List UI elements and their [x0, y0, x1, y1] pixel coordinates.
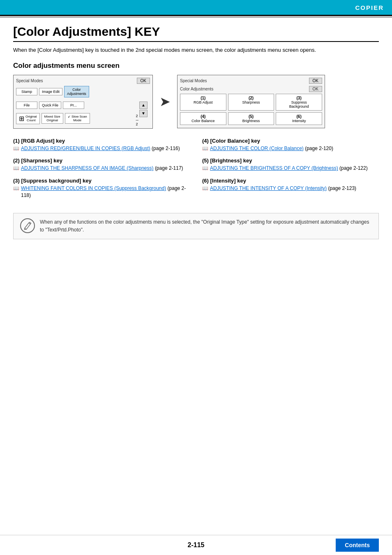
desc-item-5: (5) [Brightness] key 📖 ADJUSTING THE BRI… — [202, 157, 379, 172]
bottom-right: Contents — [204, 539, 379, 552]
screen1-btn-pr[interactable]: Pr... — [63, 102, 84, 109]
screen2-label: Special Modes — [180, 79, 207, 83]
page-description: When the [Color Adjustments] key is touc… — [13, 46, 379, 54]
screen1-row1: Stamp Image Edit ColorAdjustments — [16, 86, 150, 97]
screen1-btn-imageedit[interactable]: Image Edit — [39, 88, 62, 95]
screen1-row2: File Quick File Pr... 2─2 — [16, 99, 150, 111]
screens-row: Special Modes OK Stamp Image Edit ColorA… — [13, 75, 379, 129]
desc-item-3-link[interactable]: 📖 WHITENING FAINT COLORS IN COPIES (Supp… — [13, 185, 190, 199]
contents-button[interactable]: Contents — [336, 539, 379, 552]
screen2-subok[interactable]: OK — [309, 86, 322, 92]
desc-item-4-title: (4) [Color Balance] key — [202, 138, 379, 144]
desc-item-5-title: (5) [Brightness] key — [202, 157, 379, 164]
desc-item-6-title: (6) [Intensity] key — [202, 178, 379, 184]
screen1-btn-slowscan[interactable]: ↙ Slow ScanMode — [65, 113, 90, 124]
screen1-scroll: ▲ ▼ — [139, 102, 148, 117]
note-icon — [20, 218, 35, 233]
screen2-subheader: Color Adjustments OK — [180, 86, 322, 92]
screen2-header: Special Modes OK — [180, 78, 322, 84]
section-title: Color adjustments menu screen — [13, 62, 379, 70]
screen2-btn-suppress[interactable]: (3)SuppressBackground — [276, 94, 322, 111]
book-icon-3: 📖 — [13, 185, 19, 192]
desc-columns: (1) [RGB Adjust] key 📖 ADJUSTING RED/GRE… — [13, 138, 379, 205]
screen1-btn-original[interactable]: ⊞OriginalCount — [16, 113, 40, 124]
desc-item-5-link[interactable]: 📖 ADJUSTING THE BRIGHTNESS OF A COPY (Br… — [202, 165, 379, 172]
page-number: 2-115 — [188, 541, 205, 549]
book-icon-2: 📖 — [13, 165, 19, 172]
desc-item-1-link[interactable]: 📖 ADJUSTING RED/GREEN/BLUE IN COPIES (RG… — [13, 145, 190, 152]
top-bar-title: COPIER — [355, 4, 384, 11]
screen1-ok[interactable]: OK — [137, 78, 150, 84]
book-icon-5: 📖 — [202, 165, 208, 172]
screen1-inner: Stamp Image Edit ColorAdjustments File Q… — [16, 86, 150, 124]
desc-col-left: (1) [RGB Adjust] key 📖 ADJUSTING RED/GRE… — [13, 138, 190, 205]
arrow-icon: ➤ — [159, 94, 171, 109]
desc-col-right: (4) [Color Balance] key 📖 ADJUSTING THE … — [202, 138, 379, 205]
desc-item-1: (1) [RGB Adjust] key 📖 ADJUSTING RED/GRE… — [13, 138, 190, 152]
screen1-header: Special Modes OK — [16, 78, 150, 84]
desc-item-2: (2) [Sharpness] key 📖 ADJUSTING THE SHAR… — [13, 157, 190, 172]
note-box: When any of the functions on the color a… — [13, 213, 379, 239]
pencil-icon — [23, 221, 32, 230]
page-title: [Color Adjustments] KEY — [13, 25, 379, 42]
screen1-label: Special Modes — [16, 79, 43, 83]
screen2-ok[interactable]: OK — [309, 78, 322, 84]
bottom-bar: 2-115 Contents — [0, 535, 392, 555]
desc-item-4: (4) [Color Balance] key 📖 ADJUSTING THE … — [202, 138, 379, 152]
desc-item-2-link[interactable]: 📖 ADJUSTING THE SHARPNESS OF AN IMAGE (S… — [13, 165, 190, 172]
screen1-btn-coloradj[interactable]: ColorAdjustments — [64, 86, 89, 97]
screen2-btn-intensity[interactable]: (6)Intensity — [276, 112, 322, 125]
screen1-btn-mixedsize[interactable]: Mixed SizeOriginal — [42, 113, 63, 124]
desc-item-3: (3) [Suppress background] key 📖 WHITENIN… — [13, 178, 190, 199]
screen2-btn-sharpness[interactable]: (2)Sharpness — [228, 94, 274, 111]
screen1-row3: ⊞OriginalCount Mixed SizeOriginal ↙ Slow… — [16, 113, 150, 124]
desc-item-2-title: (2) [Sharpness] key — [13, 157, 190, 164]
screen2-btn-brightness[interactable]: (5)Brightness — [228, 112, 274, 125]
desc-item-4-link[interactable]: 📖 ADJUSTING THE COLOR (Color Balance) (p… — [202, 145, 379, 152]
screen2-btn-colorbal[interactable]: (4)Color Balance — [180, 112, 226, 125]
scroll-up-btn[interactable]: ▲ — [139, 102, 148, 109]
book-icon-1: 📖 — [13, 145, 19, 152]
color-adj-buttons: (1)RGB Adjust (2)Sharpness (3)SuppressBa… — [180, 94, 322, 125]
screen1-btn-file[interactable]: File — [16, 102, 37, 109]
scroll-down-btn[interactable]: ▼ — [139, 110, 148, 117]
main-content: [Color Adjustments] KEY When the [Color … — [0, 17, 392, 257]
screen2: Special Modes OK Color Adjustments OK (1… — [177, 75, 325, 128]
screen2-sublabel: Color Adjustments — [180, 87, 213, 91]
screen1: Special Modes OK Stamp Image Edit ColorA… — [13, 75, 153, 129]
screen1-btn-stamp[interactable]: Stamp — [16, 88, 37, 95]
top-bar: COPIER — [0, 0, 392, 15]
screen2-btn-rgb[interactable]: (1)RGB Adjust — [180, 94, 226, 111]
book-icon-6: 📖 — [202, 185, 208, 192]
desc-item-6-link[interactable]: 📖 ADJUSTING THE INTENSITY OF A COPY (Int… — [202, 185, 379, 192]
desc-item-6: (6) [Intensity] key 📖 ADJUSTING THE INTE… — [202, 178, 379, 192]
screen1-pagenum: 2─2 — [136, 114, 138, 126]
desc-item-1-title: (1) [RGB Adjust] key — [13, 138, 190, 144]
screen1-btn-quickfile[interactable]: Quick File — [39, 102, 61, 109]
desc-item-3-title: (3) [Suppress background] key — [13, 178, 190, 184]
note-text: When any of the functions on the color a… — [40, 218, 372, 234]
book-icon-4: 📖 — [202, 145, 208, 152]
